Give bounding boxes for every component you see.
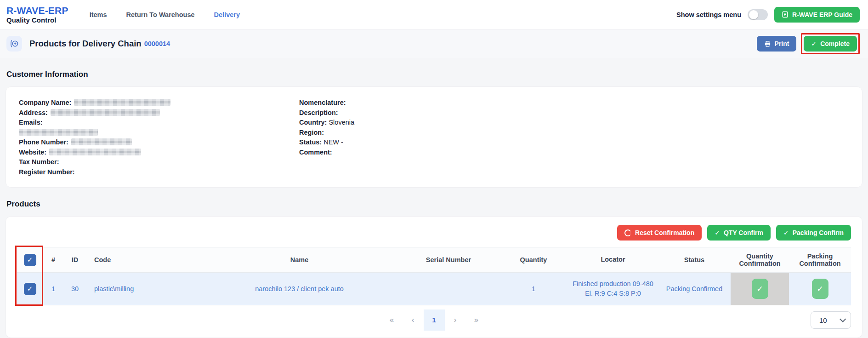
nomenclature-field: Nomenclature: — [299, 98, 354, 108]
register-number-label: Register Number: — [19, 168, 75, 176]
products-action-buttons: Reset Confirmation ✓ QTY Confirm ✓ Packi… — [6, 224, 862, 247]
check-icon: ✓ — [756, 284, 763, 294]
description-field: Description: — [299, 108, 354, 118]
col-header-name: Name — [201, 247, 398, 272]
select-all-checkbox[interactable]: ✓ — [24, 254, 36, 266]
tax-number-label: Tax Number: — [19, 158, 59, 166]
table-header-row: ✓ # ID Code Name Serial Number Quantity … — [17, 247, 851, 273]
printer-icon — [764, 40, 771, 47]
check-icon: ✓ — [27, 256, 33, 264]
row-serial-cell — [398, 273, 499, 305]
settings-menu-toggle[interactable] — [748, 9, 768, 20]
row-quantity-cell: 1 — [499, 273, 568, 305]
pagination-first-button[interactable]: « — [381, 309, 403, 331]
country-field: Country: Slovenia — [299, 118, 354, 128]
row-packing-confirmation-cell: ✓ — [789, 273, 851, 305]
pagination-last-button[interactable]: » — [466, 309, 487, 331]
redacted-address — [51, 109, 160, 116]
nomenclature-label: Nomenclature: — [299, 99, 346, 106]
pagination-current-page[interactable]: 1 — [424, 309, 445, 331]
customer-information-card: Company Name: Address: Emails: Phone Num… — [6, 86, 862, 188]
packing-confirm-button[interactable]: ✓ Packing Confirm — [776, 225, 851, 241]
country-value: Slovenia — [329, 119, 354, 126]
products-heading: Products — [6, 200, 862, 209]
pagination-next-button[interactable]: › — [445, 309, 466, 331]
col-header-number: # — [43, 247, 64, 272]
emails-field: Emails: — [19, 118, 299, 128]
reset-confirmation-label: Reset Confirmation — [635, 229, 694, 236]
check-icon: ✓ — [27, 285, 33, 293]
row-number-cell: 1 — [43, 273, 64, 305]
brand-logo: R-WAVE-ERP Quality Control — [6, 5, 68, 24]
pagination: « ‹ 1 › » — [17, 309, 851, 331]
col-header-id: ID — [64, 247, 86, 272]
top-bar: R-WAVE-ERP Quality Control Items Return … — [0, 0, 868, 29]
page-size-value: 10 — [819, 316, 827, 324]
check-icon: ✓ — [811, 40, 817, 47]
erp-guide-button[interactable]: R-WAVE ERP Guide — [774, 7, 860, 23]
comment-label: Comment: — [299, 149, 332, 156]
packing-confirm-label: Packing Confirm — [793, 229, 844, 236]
customer-left-column: Company Name: Address: Emails: Phone Num… — [19, 98, 299, 177]
row-quantity-confirmation-cell: ✓ — [731, 273, 789, 305]
customer-right-column: Nomenclature: Description: Country: Slov… — [299, 98, 354, 177]
page-title: Products for Delivery Chain — [29, 39, 142, 49]
tax-number-field: Tax Number: — [19, 157, 299, 167]
print-label: Print — [775, 40, 789, 47]
col-header-status: Status — [658, 247, 731, 272]
row-locator-cell: Finished production 09-480 El. R:9 C:4 S… — [568, 273, 658, 305]
col-header-quantity-confirmation: Quantity Confirmation — [731, 247, 789, 272]
status-value: NEW - — [323, 138, 343, 146]
complete-label: Complete — [820, 40, 850, 47]
emails-label: Emails: — [19, 119, 43, 126]
qty-confirm-button[interactable]: ✓ QTY Confirm — [707, 225, 771, 241]
packing-confirmed-checkbox[interactable]: ✓ — [812, 279, 828, 299]
print-button[interactable]: Print — [757, 36, 797, 52]
delivery-chain-link[interactable]: 0000014 — [144, 40, 170, 47]
redacted-website — [49, 149, 141, 155]
products-card: Reset Confirmation ✓ QTY Confirm ✓ Packi… — [6, 216, 862, 338]
reset-confirmation-button[interactable]: Reset Confirmation — [617, 225, 702, 241]
check-icon: ✓ — [715, 229, 720, 236]
main-nav: Items Return To Warehouse Delivery — [90, 11, 240, 18]
table-footer: « ‹ 1 › » 10 — [17, 309, 851, 331]
website-field: Website: — [19, 148, 299, 158]
row-select-cell: ✓ — [17, 273, 43, 305]
redacted-phone — [71, 138, 132, 145]
collapse-plus-icon[interactable] — [6, 36, 22, 52]
nav-item-items[interactable]: Items — [90, 11, 107, 18]
page-size-select[interactable]: 10 — [811, 311, 851, 329]
redacted-company-name — [74, 99, 170, 106]
row-code-cell: plastic\milling — [86, 273, 201, 305]
chevron-down-icon — [840, 316, 846, 322]
status-field: Status: NEW - — [299, 137, 354, 148]
address-field: Address: — [19, 108, 299, 118]
region-field: Region: — [299, 128, 354, 138]
reset-ring-icon — [624, 229, 631, 236]
email-value-line — [19, 128, 299, 138]
products-table: ✓ # ID Code Name Serial Number Quantity … — [17, 247, 851, 305]
qty-confirm-label: QTY Confirm — [724, 229, 763, 236]
nav-item-return-to-warehouse[interactable]: Return To Warehouse — [126, 11, 195, 18]
erp-guide-label: R-WAVE ERP Guide — [792, 11, 852, 18]
header-select-all-cell: ✓ — [17, 247, 43, 272]
toggle-knob — [749, 10, 758, 19]
country-label: Country: — [299, 119, 327, 126]
quantity-confirmed-checkbox[interactable]: ✓ — [752, 279, 768, 299]
complete-button[interactable]: ✓ Complete — [804, 36, 857, 52]
nav-item-delivery[interactable]: Delivery — [214, 11, 240, 18]
annotation-box-complete: ✓ Complete — [801, 33, 860, 54]
show-settings-menu-label: Show settings menu — [676, 11, 741, 18]
main-content: Customer Information Company Name: Addre… — [0, 70, 868, 338]
col-header-serial-number: Serial Number — [398, 247, 499, 272]
row-checkbox[interactable]: ✓ — [24, 283, 36, 295]
pagination-prev-button[interactable]: ‹ — [403, 309, 424, 331]
col-header-quantity: Quantity — [499, 247, 568, 272]
row-name-cell: narochilo 123 / client pek auto — [201, 273, 398, 305]
status-label: Status: — [299, 138, 322, 146]
row-status-cell: Packing Confirmed — [658, 273, 731, 305]
company-name-field: Company Name: — [19, 98, 299, 108]
row-id-cell: 30 — [64, 273, 86, 305]
page-title-bar: Products for Delivery Chain 0000014 Prin… — [0, 29, 868, 58]
customer-information-heading: Customer Information — [6, 70, 862, 79]
